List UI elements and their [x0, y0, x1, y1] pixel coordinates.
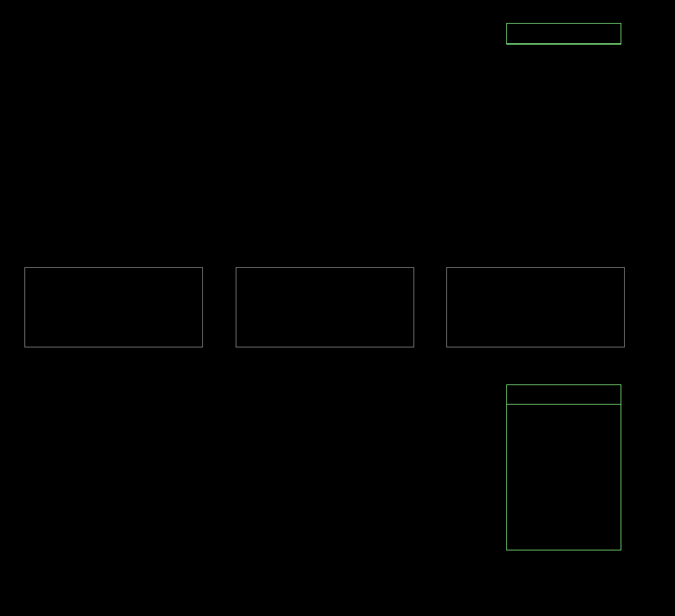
- thumb-evidence-f2-trace-canvas: [447, 268, 624, 347]
- thumb-original-ionogram-canvas: [25, 268, 202, 347]
- autoscala-output-table: [506, 23, 621, 45]
- top-ionogram-canvas: [21, 20, 499, 241]
- aip-output-table: [506, 384, 621, 550]
- thumb-eliminate-reflections-canvas: [236, 268, 414, 347]
- aip-table-rows: [507, 405, 621, 409]
- thumb-eliminate-reflections: [236, 267, 414, 347]
- autoscala-output-screen: [0, 0, 675, 616]
- aip-table-title: [507, 385, 621, 405]
- autoscala-table-title: [507, 24, 621, 44]
- thumb-evidence-f2-trace: [446, 267, 625, 347]
- bottom-ionogram-canvas: [21, 382, 499, 602]
- thumb-original-ionogram: [24, 267, 203, 347]
